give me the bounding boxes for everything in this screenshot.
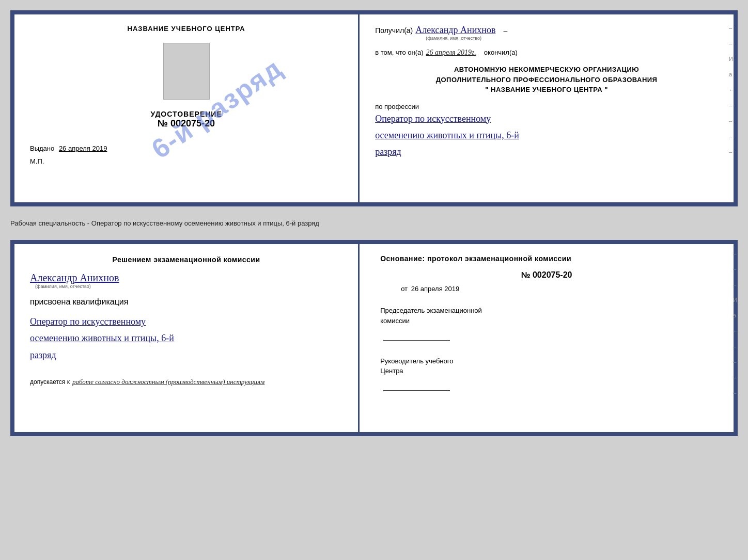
top-cert-left: НАЗВАНИЕ УЧЕБНОГО ЦЕНТРА 6-й разряд УДОС…	[14, 14, 360, 202]
vydano-line: Выдано 26 апреля 2019	[30, 145, 107, 152]
bottom-cert-left: Решением экзаменационной комиссии Алекса…	[14, 244, 360, 432]
predsedatel-signature	[383, 330, 450, 341]
bottom-number: № 002075-20	[380, 270, 713, 280]
dopuskaetsya-line: допускается к работе согласно должностны…	[30, 378, 342, 386]
vydano-label: Выдано	[30, 145, 54, 152]
top-cert-title: НАЗВАНИЕ УЧЕБНОГО ЦЕНТРА	[128, 25, 245, 33]
subtitle-text: Рабочая специальность - Оператор по иску…	[10, 217, 738, 230]
udostoverenie-block: УДОСТОВЕРЕНИЕ № 002075-20	[150, 110, 222, 129]
rukovoditel-block: Руководитель учебного Центра	[380, 356, 713, 391]
bottom-profession-block: Оператор по искусственному осеменению жи…	[30, 313, 342, 363]
osnovanie-block: Основание: протокол экзаменационной коми…	[380, 254, 713, 263]
vtom-date: 26 апреля 2019г.	[426, 49, 476, 57]
ot-label: от	[401, 285, 408, 293]
po-professii: по профессии	[375, 103, 718, 110]
predsedatel-line2: комиссии	[380, 316, 713, 326]
predsedatel-block: Председатель экзаменационной комиссии	[380, 306, 713, 341]
org-line2: ДОПОЛНИТЕЛЬНОГО ПРОФЕССИОНАЛЬНОГО ОБРАЗО…	[375, 75, 718, 85]
vtom-line: в том, что он(а) 26 апреля 2019г. окончи…	[375, 49, 718, 57]
bottom-name: Александр Анихнов	[30, 272, 342, 284]
udostoverenie-label: УДОСТОВЕРЕНИЕ	[150, 110, 222, 118]
top-certificate-wrapper: НАЗВАНИЕ УЧЕБНОГО ЦЕНТРА 6-й разряд УДОС…	[10, 10, 738, 206]
udostoverenie-number: № 002075-20	[150, 118, 222, 129]
top-cert-right: Получил(а) Александр Анихнов (фамилия, и…	[360, 14, 734, 202]
bottom-name-block: Александр Анихнов (фамилия, имя, отчеств…	[30, 272, 342, 289]
top-certificate: НАЗВАНИЕ УЧЕБНОГО ЦЕНТРА 6-й разряд УДОС…	[10, 10, 738, 206]
bottom-cert-right: Основание: протокол экзаменационной коми…	[360, 244, 734, 432]
komissia-title: Решением экзаменационной комиссии	[30, 254, 342, 265]
predsedatel-line1: Председатель экзаменационной	[380, 306, 713, 316]
mp-line: М.П.	[30, 157, 44, 165]
ot-line: от 26 апреля 2019	[401, 285, 713, 293]
profession-text: Оператор по искусственному осеменению жи…	[375, 110, 718, 161]
dash1: –	[503, 26, 507, 35]
org-line1: АВТОНОМНУЮ НЕКОММЕРЧЕСКУЮ ОРГАНИЗАЦИЮ	[375, 65, 718, 75]
bottom-certificate: Решением экзаменационной комиссии Алекса…	[10, 240, 738, 436]
dopuskaetsya-label: допускается к	[30, 378, 70, 386]
okonchil-label: окончил(а)	[484, 49, 518, 56]
right-edge-marks: – – И а ← – – – –	[729, 25, 735, 155]
poluchil-label: Получил(а)	[375, 26, 413, 35]
rukovoditel-line1: Руководитель учебного	[380, 356, 713, 366]
bottom-certificate-wrapper: Решением экзаменационной комиссии Алекса…	[10, 240, 738, 436]
bottom-name-sub: (фамилия, имя, отчество)	[35, 284, 342, 289]
dopusk-text: работе согласно должностным (производств…	[72, 378, 264, 386]
recipient-name: Александр Анихнов (фамилия, имя, отчеств…	[415, 25, 495, 41]
org-block: АВТОНОМНУЮ НЕКОММЕРЧЕСКУЮ ОРГАНИЗАЦИЮ ДО…	[375, 65, 718, 95]
rukovoditel-line2: Центра	[380, 366, 713, 376]
vtom-label: в том, что он(а)	[375, 49, 423, 56]
prisvoena-line: присвоена квалификация	[30, 297, 342, 307]
profession-block: по профессии Оператор по искусственному …	[375, 103, 718, 161]
page-container: НАЗВАНИЕ УЧЕБНОГО ЦЕНТРА 6-й разряд УДОС…	[10, 10, 738, 436]
bottom-date: 26 апреля 2019	[411, 285, 460, 293]
rukovoditel-signature	[383, 380, 450, 391]
org-line3: " НАЗВАНИЕ УЧЕБНОГО ЦЕНТРА "	[375, 85, 718, 95]
photo-placeholder	[163, 43, 210, 100]
poluchil-line: Получил(а) Александр Анихнов (фамилия, и…	[375, 25, 718, 41]
vydano-date: 26 апреля 2019	[59, 145, 107, 152]
bottom-right-edge-marks: – – – И а ← – – – –	[733, 250, 739, 396]
